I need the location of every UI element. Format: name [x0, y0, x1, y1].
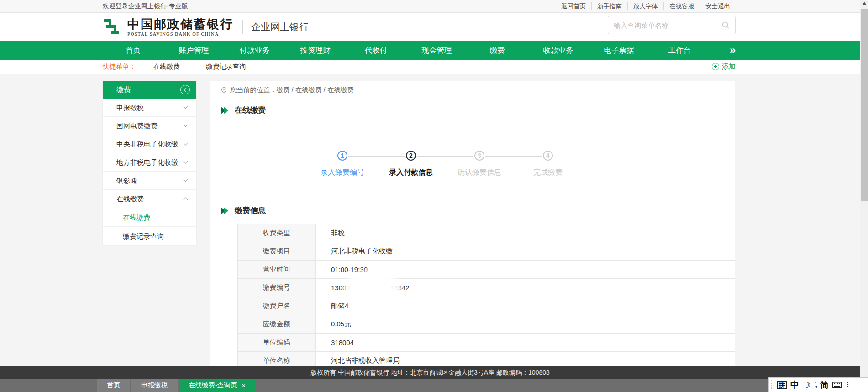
bottom-tab-online-payment-query[interactable]: 在线缴费-查询页 ×	[179, 379, 256, 392]
chevron-down-icon	[184, 178, 188, 182]
sidebar-header: 缴费	[103, 81, 196, 99]
table-row: 营业时间 01:00-19:30	[238, 261, 735, 279]
quick-menu-bar: 快捷菜单： 在线缴费 缴费记录查询 添加	[0, 60, 860, 73]
close-icon[interactable]: ×	[242, 382, 246, 389]
top-links: 返回首页 新手指南 放大字体 在线客服 安全退出	[556, 2, 736, 10]
sidebar-item-state-grid-electricity[interactable]: 国网电费缴费	[103, 117, 196, 135]
bank-logo: 中国邮政储蓄银行 POSTAL SAVINGS BANK OF CHINA 企业…	[103, 17, 309, 37]
chevron-down-icon	[184, 105, 188, 109]
nav-item-investment[interactable]: 投资理财	[285, 41, 346, 60]
nav-item-accounts[interactable]: 账户管理	[163, 41, 224, 60]
location-pin-icon	[221, 87, 227, 94]
breadcrumb: 您当前的位置： 缴费 / 在线缴费 / 在线缴费	[221, 86, 354, 94]
row-value: 河北非税电子化收缴	[316, 242, 735, 260]
row-value: 01:00-19:30	[316, 261, 735, 278]
section-marker-icon	[221, 107, 231, 114]
plus-circle-icon	[712, 63, 719, 70]
row-value: 0.05元	[316, 315, 735, 333]
sidebar-collapse-icon[interactable]	[180, 85, 190, 94]
footer: 版权所有 中国邮政储蓄银行 地址：北京市西城区金融大街3号A座 邮政编码：100…	[0, 366, 860, 379]
nav-item-bill-pay[interactable]: 缴费	[467, 41, 528, 60]
sidebar-title: 缴费	[116, 85, 131, 95]
ime-grip-handle[interactable]	[771, 380, 773, 389]
payment-info-table: 收费类型 非税 缴费项目 河北非税电子化收缴 营业时间 01:00-19:30 …	[237, 224, 735, 370]
nav-item-collection-payment[interactable]: 代收付	[346, 41, 406, 60]
ime-more-icon[interactable]: ⋮	[844, 381, 851, 389]
step-3-label: 确认缴费信息	[445, 168, 514, 178]
row-label: 缴费户名	[238, 297, 316, 315]
quick-menu-label: 快捷菜单：	[103, 63, 136, 71]
top-link-home[interactable]: 返回首页	[556, 2, 591, 10]
top-link-service[interactable]: 在线客服	[663, 2, 700, 10]
step-indicator: 1 2 3 4 录入缴费编号 录入付款信息 确认缴费信息 完成缴费	[308, 151, 582, 181]
sidebar-item-online-payment[interactable]: 在线缴费	[103, 190, 196, 208]
sidebar-subitem-payment-history[interactable]: 缴费记录查询	[103, 227, 196, 246]
bottom-tab-tax-declaration[interactable]: 申报缴税	[131, 379, 178, 392]
search-input[interactable]	[614, 21, 721, 29]
row-value: 318004	[316, 334, 735, 351]
add-label: 添加	[722, 63, 736, 71]
scrollbar-up-arrow-icon[interactable]	[862, 2, 867, 5]
section-title-payment-info: 缴费信息	[221, 205, 266, 216]
main-panel: 您当前的位置： 缴费 / 在线缴费 / 在线缴费 在线缴费 1 2 3 4 录入…	[210, 81, 735, 366]
sidebar: 缴费 申报缴税 国网电费缴费 中央非税电子化收缴 地方非税电子化收缴 银彩通 在…	[103, 81, 196, 246]
step-connector	[348, 156, 405, 157]
table-row: 缴费编号 13000 48342	[238, 279, 735, 297]
nav-item-cash-management[interactable]: 现金管理	[406, 41, 467, 60]
top-link-logout[interactable]: 安全退出	[700, 2, 736, 10]
sidebar-item-local-nontax[interactable]: 地方非税电子化收缴	[103, 153, 196, 172]
step-1-circle: 1	[337, 151, 347, 161]
product-name: 企业网上银行	[251, 21, 309, 33]
copyright-text: 版权所有 中国邮政储蓄银行 地址：北京市西城区金融大街3号A座 邮政编码：100…	[310, 369, 550, 377]
table-row: 收费类型 非税	[238, 224, 735, 242]
sidebar-item-tax-declaration[interactable]: 申报缴税	[103, 99, 196, 117]
chevron-down-icon	[184, 159, 188, 164]
top-welcome-bar: 欢迎登录企业网上银行-专业版 返回首页 新手指南 放大字体 在线客服 安全退出	[0, 0, 860, 13]
nav-more-chevron-icon[interactable]: »	[730, 41, 735, 60]
sidebar-item-yincaitong[interactable]: 银彩通	[103, 172, 196, 190]
quick-item-online-payment[interactable]: 在线缴费	[153, 63, 180, 71]
search-icon[interactable]	[721, 21, 730, 29]
row-label: 应缴金额	[238, 315, 316, 333]
ime-simplified-icon[interactable]: 简	[820, 381, 829, 389]
welcome-text: 欢迎登录企业网上银行-专业版	[103, 2, 188, 10]
step-connector	[417, 156, 473, 157]
ime-pinyin-icon[interactable]: 拼	[777, 381, 787, 389]
section-title-online-payment: 在线缴费	[221, 105, 266, 115]
top-link-font-size[interactable]: 放大字体	[627, 2, 663, 10]
nav-item-receivables[interactable]: 收款业务	[528, 41, 589, 60]
psbc-emblem-icon	[103, 17, 123, 37]
row-value: 非税	[316, 224, 735, 242]
top-link-guide[interactable]: 新手指南	[591, 2, 627, 10]
ime-fullwidth-moon-icon[interactable]: ☽	[803, 381, 810, 389]
divider	[210, 98, 735, 98]
step-3-circle: 3	[474, 151, 484, 161]
bottom-tab-home[interactable]: 首页	[97, 379, 130, 392]
scrollbar-thumb[interactable]	[861, 9, 868, 201]
row-value: 邮储4	[316, 297, 735, 315]
bottom-tab-bar: 首页 申报缴税 在线缴费-查询页 ×	[0, 379, 860, 392]
table-row: 缴费户名 邮储4	[238, 297, 735, 315]
vertical-scrollbar[interactable]	[860, 0, 868, 392]
row-value-redacted: 13000 48342	[316, 279, 735, 297]
nav-item-workbench[interactable]: 工作台	[649, 41, 710, 60]
nav-item-payments[interactable]: 付款业务	[224, 41, 285, 60]
step-1-label: 录入缴费编号	[308, 168, 377, 178]
row-label: 缴费编号	[238, 279, 316, 297]
ime-keyboard-icon[interactable]	[832, 382, 842, 388]
row-label: 缴费项目	[238, 242, 316, 260]
page: 欢迎登录企业网上银行-专业版 返回首页 新手指南 放大字体 在线客服 安全退出	[0, 0, 868, 392]
ime-chinese-mode-icon[interactable]: 中	[790, 381, 799, 389]
nav-item-e-bills[interactable]: 电子票据	[589, 41, 649, 60]
breadcrumb-prefix: 您当前的位置：	[230, 86, 277, 94]
row-label: 单位编码	[238, 334, 316, 351]
nav-item-home[interactable]: 首页	[103, 41, 163, 60]
row-label: 收费类型	[238, 224, 316, 242]
step-4-label: 完成缴费	[514, 168, 582, 178]
quick-item-payment-history[interactable]: 缴费记录查询	[206, 63, 246, 71]
add-quick-menu-button[interactable]: 添加	[712, 60, 736, 73]
sidebar-subitem-online-payment[interactable]: 在线缴费	[103, 208, 196, 227]
ime-punctuation-icon[interactable]: ’,	[814, 381, 816, 388]
chevron-down-icon	[184, 123, 188, 127]
sidebar-item-central-nontax[interactable]: 中央非税电子化收缴	[103, 135, 196, 153]
